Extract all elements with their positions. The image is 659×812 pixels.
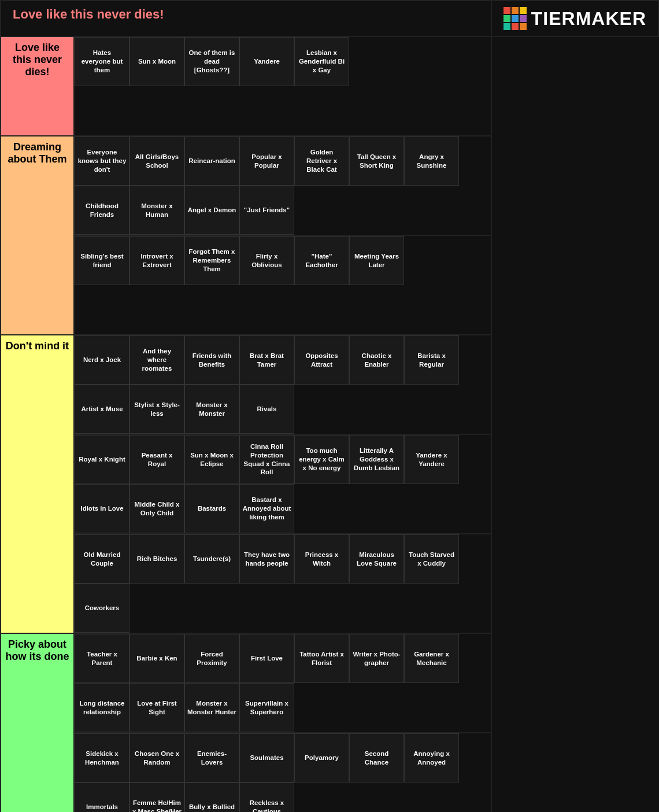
tier-row-c2: Sidekick x HenchmanChosen One x RandomEn… [1, 733, 658, 812]
cell-a1-0[interactable]: Everyone knows but they don't [75, 136, 129, 186]
cell-a2-3[interactable]: Flirty x Oblivious [239, 236, 294, 285]
tier-content-b3: Old Married CoupleRich BitchesTsundere(s… [74, 534, 491, 633]
cell-b1-2[interactable]: Friends with Benefits [184, 335, 239, 385]
cell-b2-2[interactable]: Sun x Moon x Eclipse [184, 435, 239, 484]
cell-b1-9[interactable]: Monster x Monster [184, 385, 239, 434]
cell-s-2[interactable]: One of them is dead [Ghosts??] [184, 37, 239, 86]
cell-c1-7[interactable]: Long distance relationship [75, 683, 129, 732]
cell-b2-8[interactable]: Middle Child x Only Child [129, 484, 184, 533]
cell-a1-6[interactable]: Angry x Sunshine [404, 136, 459, 186]
cell-a2-4[interactable]: "Hate" Eachother [294, 236, 349, 285]
tier-content-c2: Sidekick x HenchmanChosen One x RandomEn… [74, 733, 491, 812]
cell-s-4[interactable]: Lesbian x Genderfluid Bi x Gay [294, 37, 349, 86]
cell-c2-5[interactable]: Second Chance [349, 733, 404, 783]
cell-s-10[interactable] [239, 86, 294, 135]
cell-a2-0[interactable]: Sibling's best friend [75, 236, 129, 285]
cell-s-0[interactable]: Hates everyone but them [75, 37, 129, 86]
cell-c2-6[interactable]: Annoying x Annoyed [404, 733, 459, 783]
cell-b1-8[interactable]: Stylist x Style-less [129, 385, 184, 434]
cell-c1-6[interactable]: Gardener x Mechanic [404, 634, 459, 683]
cell-c2-10[interactable]: Reckless x Cautious [239, 783, 294, 812]
cell-b3-3[interactable]: They have two hands people [239, 534, 294, 584]
cell-c2-7[interactable]: Immortals [75, 783, 129, 812]
cell-b1-10[interactable]: Rivals [239, 385, 294, 434]
cell-s-6[interactable] [404, 37, 459, 86]
cell-a2-9[interactable] [184, 285, 239, 334]
cell-c2-8[interactable]: Femme He/Him x Masc She/Her [129, 783, 184, 812]
cell-b3-10[interactable] [239, 584, 294, 633]
cell-b3-1[interactable]: Rich Bitches [129, 534, 184, 584]
cell-a2-7[interactable] [75, 285, 129, 334]
header-row: Love like this never dies! T [1, 1, 658, 36]
logo-cell [520, 23, 527, 30]
cell-a1-10[interactable]: "Just Friends" [239, 186, 294, 235]
cell-b1-5[interactable]: Chaotic x Enabler [349, 335, 404, 385]
cell-b1-0[interactable]: Nerd x Jock [75, 335, 129, 385]
cell-b3-5[interactable]: Miraculous Love Square [349, 534, 404, 584]
cell-b3-8[interactable] [129, 584, 184, 633]
cell-b3-2[interactable]: Tsundere(s) [184, 534, 239, 584]
cell-c1-5[interactable]: Writer x Photo-grapher [349, 634, 404, 683]
cell-a1-5[interactable]: Tall Queen x Short King [349, 136, 404, 186]
cell-c2-2[interactable]: Enemies-Lovers [184, 733, 239, 783]
tier-row-b2: Royal x KnightPeasant x RoyalSun x Moon … [1, 434, 658, 534]
cell-b2-1[interactable]: Peasant x Royal [129, 435, 184, 484]
cell-s-9[interactable] [184, 86, 239, 135]
tier-cells-c2: Sidekick x HenchmanChosen One x RandomEn… [75, 733, 491, 812]
cell-c1-4[interactable]: Tattoo Artist x Florist [294, 634, 349, 683]
cell-a1-1[interactable]: All Girls/Boys School [129, 136, 184, 186]
cell-b3-4[interactable]: Princess x Witch [294, 534, 349, 584]
cell-a1-2[interactable]: Reincar-nation [184, 136, 239, 186]
cell-a2-2[interactable]: Forgot Them x Remembers Them [184, 236, 239, 285]
cell-a1-7[interactable]: Childhood Friends [75, 186, 129, 235]
cell-b2-10[interactable]: Bastard x Annoyed about liking them [239, 484, 294, 533]
cell-a2-1[interactable]: Introvert x Extrovert [129, 236, 184, 285]
cell-a2-5[interactable]: Meeting Years Later [349, 236, 404, 285]
logo-container: TiERMAKER [492, 1, 658, 36]
cell-c1-1[interactable]: Barbie x Ken [129, 634, 184, 683]
cell-a1-4[interactable]: Golden Retriver x Black Cat [294, 136, 349, 186]
cell-b3-9[interactable] [184, 584, 239, 633]
cell-c1-2[interactable]: Forced Proximity [184, 634, 239, 683]
cell-s-5[interactable] [349, 37, 404, 86]
cell-c1-0[interactable]: Teacher x Parent [75, 634, 129, 683]
cell-b1-6[interactable]: Barista x Regular [404, 335, 459, 385]
cell-s-3[interactable]: Yandere [239, 37, 294, 86]
cell-b2-9[interactable]: Bastards [184, 484, 239, 533]
cell-b1-7[interactable]: Artist x Muse [75, 385, 129, 434]
cell-c2-4[interactable]: Polyamory [294, 733, 349, 783]
cell-s-1[interactable]: Sun x Moon [129, 37, 184, 86]
cell-s-7[interactable] [75, 86, 129, 135]
cell-b1-4[interactable]: Opposites Attract [294, 335, 349, 385]
cell-b2-4[interactable]: Too much energy x Calm x No energy [294, 435, 349, 484]
cell-b1-3[interactable]: Brat x Brat Tamer [239, 335, 294, 385]
cell-s-8[interactable] [129, 86, 184, 135]
cell-c1-3[interactable]: First Love [239, 634, 294, 683]
cell-b3-7[interactable]: Coworkers [75, 584, 129, 633]
cell-c2-0[interactable]: Sidekick x Henchman [75, 733, 129, 783]
cell-b2-7[interactable]: Idiots in Love [75, 484, 129, 533]
cell-c1-10[interactable]: Supervillain x Superhero [239, 683, 294, 732]
logo-grid [503, 7, 527, 30]
cell-c2-9[interactable]: Bully x Bullied [184, 783, 239, 812]
cell-a1-3[interactable]: Popular x Popular [239, 136, 294, 186]
cell-b2-5[interactable]: Litterally A Goddess x Dumb Lesbian [349, 435, 404, 484]
cell-c2-1[interactable]: Chosen One x Random [129, 733, 184, 783]
cell-b2-3[interactable]: Cinna Roll Protection Squad x Cinna Roll [239, 435, 294, 484]
cell-b2-6[interactable]: Yandere x Yandere [404, 435, 459, 484]
cell-c1-8[interactable]: Love at First Sight [129, 683, 184, 732]
cell-b2-0[interactable]: Royal x Knight [75, 435, 129, 484]
cell-a2-10[interactable] [239, 285, 294, 334]
cell-c2-3[interactable]: Soulmates [239, 733, 294, 783]
cell-a1-8[interactable]: Monster x Human [129, 186, 184, 235]
cell-a2-8[interactable] [129, 285, 184, 334]
cell-b3-0[interactable]: Old Married Couple [75, 534, 129, 584]
cell-a1-9[interactable]: Angel x Demon [184, 186, 239, 235]
tier-content-c1: Teacher x ParentBarbie x KenForced Proxi… [74, 633, 491, 733]
cell-b3-6[interactable]: Touch Starved x Cuddly [404, 534, 459, 584]
cell-c1-9[interactable]: Monster x Monster Hunter [184, 683, 239, 732]
tier-label-a1: Dreaming about Them [1, 136, 74, 335]
cell-b1-1[interactable]: And they where roomates [129, 335, 184, 385]
cell-a2-6[interactable] [404, 236, 459, 285]
tier-row-a1: Dreaming about ThemEveryone knows but th… [1, 136, 658, 235]
